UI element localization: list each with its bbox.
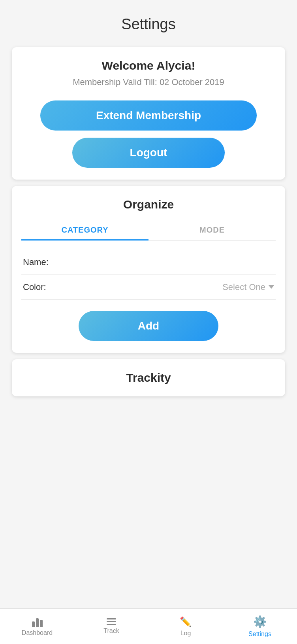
color-label: Color: (23, 282, 62, 292)
nav-label-dashboard: Dashboard (22, 629, 53, 636)
dashboard-icon (32, 617, 43, 627)
page-title: Settings (0, 0, 297, 41)
color-select[interactable]: Select One (62, 282, 274, 292)
trackity-card: Trackity (12, 359, 285, 396)
nav-label-track: Track (103, 627, 119, 635)
welcome-message: Welcome Alycia! (21, 59, 276, 72)
log-icon: ✏️ (180, 616, 192, 627)
extend-membership-button[interactable]: Extend Membership (40, 100, 256, 131)
organize-tab-bar: CATEGORY MODE (21, 221, 276, 241)
track-icon (107, 618, 116, 625)
membership-validity: Membership Valid Till: 02 October 2019 (21, 76, 276, 89)
organize-card: Organize CATEGORY MODE Name: Color: Sele… (12, 186, 285, 353)
color-field-row: Color: Select One (21, 275, 276, 300)
chevron-down-icon (269, 285, 274, 289)
nav-item-log[interactable]: ✏️ Log (148, 609, 223, 644)
tab-mode[interactable]: MODE (148, 221, 276, 240)
trackity-title: Trackity (21, 371, 276, 385)
nav-item-settings[interactable]: ⚙️ Settings (223, 609, 297, 644)
nav-label-log: Log (180, 630, 191, 637)
name-label: Name: (23, 257, 62, 267)
tab-category[interactable]: CATEGORY (21, 221, 148, 241)
settings-icon: ⚙️ (253, 615, 267, 628)
add-button[interactable]: Add (79, 311, 218, 341)
nav-item-track[interactable]: Track (74, 609, 148, 644)
logout-button[interactable]: Logout (72, 138, 225, 168)
welcome-card: Welcome Alycia! Membership Valid Till: 0… (12, 47, 285, 180)
organize-title: Organize (21, 198, 276, 211)
nav-label-settings: Settings (248, 631, 271, 638)
name-input[interactable] (62, 257, 274, 267)
color-select-text: Select One (222, 282, 265, 292)
bottom-nav: Dashboard Track ✏️ Log ⚙️ Settings (0, 608, 297, 644)
nav-item-dashboard[interactable]: Dashboard (0, 609, 74, 644)
name-field-row: Name: (21, 250, 276, 275)
